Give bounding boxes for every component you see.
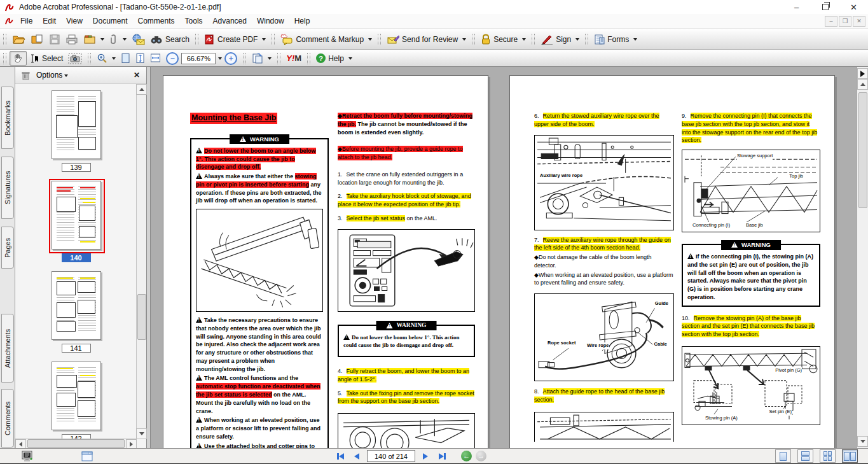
scroll-thumb[interactable] xyxy=(137,294,146,340)
doc-close-button[interactable]: ✕ xyxy=(853,16,865,27)
send-review-button[interactable]: Send for Review xyxy=(384,32,469,46)
thumb-label-140[interactable]: 140 xyxy=(62,253,91,262)
tab-pages[interactable]: Pages xyxy=(1,227,14,269)
panel-vertical-scrollbar[interactable] xyxy=(136,84,146,439)
scroll-left-button[interactable] xyxy=(15,439,26,449)
last-page-button[interactable] xyxy=(436,451,448,462)
tab-comments[interactable]: Comments xyxy=(1,389,14,447)
warning-box-1: WARNING Do not lower the boom to an angl… xyxy=(190,138,329,448)
continuous-layout-button[interactable] xyxy=(797,449,813,463)
scroll-thumb[interactable] xyxy=(27,439,125,448)
thumbnail-page-142[interactable] xyxy=(52,362,101,430)
yahoo-messenger-button[interactable]: Y!M xyxy=(284,52,304,64)
zoom-in-button[interactable]: + xyxy=(222,51,240,66)
monitor-icon[interactable] xyxy=(21,451,34,462)
organizer-button[interactable] xyxy=(81,32,107,46)
search-button[interactable]: Search xyxy=(148,33,192,46)
toolbar-grip[interactable] xyxy=(195,34,198,45)
document-vertical-scrollbar[interactable] xyxy=(857,67,868,448)
toolbar-grip[interactable] xyxy=(378,34,381,45)
next-page-button[interactable] xyxy=(419,451,432,462)
snapshot-button[interactable] xyxy=(65,52,85,66)
open-button[interactable] xyxy=(10,32,28,46)
forms-button[interactable]: Forms xyxy=(591,32,640,46)
previous-view-button[interactable]: ← xyxy=(461,451,472,461)
menu-help[interactable]: Help xyxy=(289,15,315,27)
thumbnail-page-140[interactable] xyxy=(52,181,101,250)
zoom-level-field[interactable] xyxy=(181,53,216,64)
sign-button[interactable]: Sign xyxy=(538,32,582,46)
menu-tools[interactable]: Tools xyxy=(180,15,208,27)
restore-button[interactable] xyxy=(811,0,839,14)
toolbar-grip[interactable] xyxy=(88,53,91,64)
thumbnail-page-139[interactable] xyxy=(52,90,101,159)
toolbar-grip[interactable] xyxy=(3,34,6,45)
scroll-up-button[interactable] xyxy=(857,79,868,90)
page-number-field[interactable] xyxy=(367,450,415,462)
attach-button[interactable] xyxy=(107,32,129,46)
tab-attachments[interactable]: Attachments xyxy=(1,314,14,383)
minimize-button[interactable]: – xyxy=(782,0,811,14)
toolbar-grip[interactable] xyxy=(272,34,275,45)
delete-pages-icon[interactable] xyxy=(22,71,30,80)
pane-toggle-arrow-button[interactable] xyxy=(857,68,868,79)
thumb-label-141[interactable]: 141 xyxy=(62,344,91,353)
minus-icon: − xyxy=(166,52,179,65)
select-tool-button[interactable]: Select xyxy=(27,52,65,65)
close-button[interactable]: ✕ xyxy=(839,0,868,14)
zoom-out-button[interactable]: − xyxy=(163,51,181,66)
view-toolbar: Select − + Y!M ? Help xyxy=(0,50,868,67)
menu-window[interactable]: Window xyxy=(252,15,289,27)
next-view-button[interactable]: → xyxy=(476,451,486,461)
save-button[interactable] xyxy=(46,32,63,46)
single-page-layout-button[interactable] xyxy=(775,449,791,463)
window-layout-icon[interactable] xyxy=(81,451,93,461)
toolbar-grip[interactable] xyxy=(307,53,310,64)
browse-button[interactable] xyxy=(28,32,46,46)
scroll-up-button[interactable] xyxy=(136,84,147,95)
create-pdf-button[interactable]: Create PDF xyxy=(202,32,268,46)
doc-minimize-button[interactable]: – xyxy=(825,16,837,27)
menu-document[interactable]: Document xyxy=(88,15,133,27)
scroll-right-button[interactable] xyxy=(126,439,137,449)
options-menu-button[interactable]: Options xyxy=(36,71,68,80)
email-button[interactable] xyxy=(129,32,148,46)
fit-page-button[interactable] xyxy=(133,52,148,65)
secure-button[interactable]: Secure xyxy=(478,32,528,46)
scroll-down-button[interactable] xyxy=(857,436,868,447)
zoom-dropdown-arrow[interactable] xyxy=(216,54,222,63)
tab-bookmarks[interactable]: Bookmarks xyxy=(1,87,14,149)
toolbar-grip[interactable] xyxy=(585,34,588,45)
toolbar-grip[interactable] xyxy=(532,34,535,45)
print-button[interactable] xyxy=(63,32,81,46)
hand-tool-button[interactable] xyxy=(10,51,27,66)
scroll-down-button[interactable] xyxy=(136,428,147,439)
toolbar-grip[interactable] xyxy=(277,53,280,64)
menu-view[interactable]: View xyxy=(61,15,88,27)
thumbnail-page-141[interactable] xyxy=(52,271,101,340)
figure-top-jib-stowage: Stowage support Top jib Connecting pin (… xyxy=(682,150,820,232)
tab-signatures[interactable]: Signatures xyxy=(1,157,14,219)
actual-size-button[interactable] xyxy=(118,52,133,65)
panel-close-button[interactable]: ✕ xyxy=(134,71,140,80)
menu-edit[interactable]: Edit xyxy=(38,15,61,27)
doc-restore-button[interactable]: ❒ xyxy=(839,16,851,27)
comment-markup-button[interactable]: Comment & Markup xyxy=(278,32,375,46)
menu-comments[interactable]: Comments xyxy=(133,15,180,27)
zoom-tool-button[interactable] xyxy=(94,52,118,65)
previous-page-button[interactable] xyxy=(350,451,363,462)
scroll-thumb[interactable] xyxy=(858,92,867,208)
menu-file[interactable]: File xyxy=(15,15,38,27)
panel-horizontal-scrollbar[interactable] xyxy=(15,439,137,448)
menu-advanced[interactable]: Advanced xyxy=(208,15,252,27)
fit-width-button[interactable] xyxy=(148,52,163,65)
first-page-button[interactable] xyxy=(334,451,347,462)
page-display-button[interactable] xyxy=(249,52,274,66)
facing-layout-button[interactable] xyxy=(842,449,858,463)
toolbar-grip[interactable] xyxy=(472,34,475,45)
toolbar-grip[interactable] xyxy=(243,53,246,64)
help-button[interactable]: ? Help xyxy=(313,52,355,64)
thumb-label-139[interactable]: 139 xyxy=(62,163,91,172)
toolbar-grip[interactable] xyxy=(3,53,6,64)
continuous-facing-layout-button[interactable] xyxy=(820,449,836,463)
